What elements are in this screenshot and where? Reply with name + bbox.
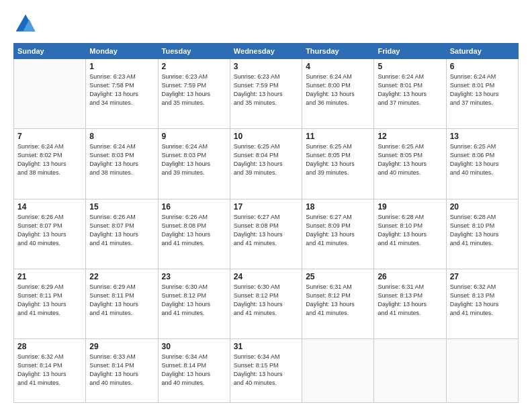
calendar-cell: 11Sunrise: 6:25 AM Sunset: 8:05 PM Dayli…	[302, 129, 374, 199]
day-number: 11	[306, 132, 370, 141]
calendar-cell: 10Sunrise: 6:25 AM Sunset: 8:04 PM Dayli…	[230, 129, 302, 199]
calendar-cell	[302, 339, 374, 403]
day-number: 31	[234, 342, 298, 351]
day-number: 26	[378, 272, 442, 281]
day-number: 2	[162, 62, 226, 71]
calendar-cell	[374, 339, 446, 403]
calendar-cell: 24Sunrise: 6:30 AM Sunset: 8:12 PM Dayli…	[230, 269, 302, 338]
calendar-cell: 19Sunrise: 6:28 AM Sunset: 8:10 PM Dayli…	[374, 199, 446, 269]
day-info: Sunrise: 6:26 AM Sunset: 8:07 PM Dayligh…	[17, 213, 82, 248]
day-number: 13	[450, 132, 515, 141]
calendar-cell: 8Sunrise: 6:24 AM Sunset: 8:03 PM Daylig…	[86, 129, 158, 199]
calendar-week-3: 14Sunrise: 6:26 AM Sunset: 8:07 PM Dayli…	[14, 199, 519, 269]
day-info: Sunrise: 6:25 AM Sunset: 8:05 PM Dayligh…	[306, 142, 370, 177]
calendar-cell: 20Sunrise: 6:28 AM Sunset: 8:10 PM Dayli…	[446, 199, 518, 269]
day-info: Sunrise: 6:27 AM Sunset: 8:08 PM Dayligh…	[234, 213, 298, 248]
day-number: 24	[234, 272, 298, 281]
day-number: 20	[450, 202, 515, 212]
header	[13, 12, 519, 36]
day-info: Sunrise: 6:30 AM Sunset: 8:12 PM Dayligh…	[234, 283, 298, 318]
day-header-wednesday: Wednesday	[230, 44, 302, 59]
calendar-cell: 4Sunrise: 6:24 AM Sunset: 8:00 PM Daylig…	[302, 59, 374, 129]
day-number: 3	[234, 62, 298, 71]
day-info: Sunrise: 6:24 AM Sunset: 8:01 PM Dayligh…	[450, 73, 515, 107]
calendar-cell	[14, 59, 86, 129]
day-info: Sunrise: 6:26 AM Sunset: 8:08 PM Dayligh…	[162, 213, 226, 248]
calendar-cell: 5Sunrise: 6:24 AM Sunset: 8:01 PM Daylig…	[374, 59, 446, 129]
day-header-sunday: Sunday	[14, 44, 86, 59]
day-number: 19	[378, 202, 442, 212]
day-header-thursday: Thursday	[302, 44, 374, 59]
day-number: 12	[378, 132, 442, 141]
day-header-saturday: Saturday	[446, 44, 518, 59]
calendar-week-5: 28Sunrise: 6:32 AM Sunset: 8:14 PM Dayli…	[14, 339, 519, 403]
calendar-cell: 15Sunrise: 6:26 AM Sunset: 8:07 PM Dayli…	[86, 199, 158, 269]
calendar-week-1: 1Sunrise: 6:23 AM Sunset: 7:58 PM Daylig…	[14, 59, 519, 129]
day-info: Sunrise: 6:33 AM Sunset: 8:14 PM Dayligh…	[89, 353, 154, 387]
day-number: 17	[234, 202, 298, 212]
day-number: 1	[89, 62, 154, 71]
calendar-cell: 6Sunrise: 6:24 AM Sunset: 8:01 PM Daylig…	[446, 59, 518, 129]
calendar-page: SundayMondayTuesdayWednesdayThursdayFrid…	[0, 0, 532, 411]
calendar-cell: 18Sunrise: 6:27 AM Sunset: 8:09 PM Dayli…	[302, 199, 374, 269]
day-info: Sunrise: 6:32 AM Sunset: 8:13 PM Dayligh…	[450, 283, 515, 318]
day-info: Sunrise: 6:34 AM Sunset: 8:14 PM Dayligh…	[162, 353, 226, 387]
day-info: Sunrise: 6:28 AM Sunset: 8:10 PM Dayligh…	[450, 213, 515, 248]
day-number: 27	[450, 272, 515, 281]
day-info: Sunrise: 6:23 AM Sunset: 7:59 PM Dayligh…	[234, 73, 298, 107]
calendar-cell: 23Sunrise: 6:30 AM Sunset: 8:12 PM Dayli…	[158, 269, 230, 338]
day-info: Sunrise: 6:32 AM Sunset: 8:14 PM Dayligh…	[17, 353, 82, 387]
calendar-cell: 1Sunrise: 6:23 AM Sunset: 7:58 PM Daylig…	[86, 59, 158, 129]
day-info: Sunrise: 6:30 AM Sunset: 8:12 PM Dayligh…	[162, 283, 226, 318]
day-info: Sunrise: 6:31 AM Sunset: 8:13 PM Dayligh…	[378, 283, 442, 318]
calendar-cell	[446, 339, 518, 403]
day-info: Sunrise: 6:29 AM Sunset: 8:11 PM Dayligh…	[89, 283, 154, 318]
day-number: 7	[17, 132, 82, 141]
day-info: Sunrise: 6:24 AM Sunset: 8:02 PM Dayligh…	[17, 142, 82, 177]
day-info: Sunrise: 6:24 AM Sunset: 8:03 PM Dayligh…	[89, 142, 154, 177]
day-info: Sunrise: 6:28 AM Sunset: 8:10 PM Dayligh…	[378, 213, 442, 248]
calendar-table: SundayMondayTuesdayWednesdayThursdayFrid…	[13, 43, 519, 403]
calendar-cell: 31Sunrise: 6:34 AM Sunset: 8:15 PM Dayli…	[230, 339, 302, 403]
calendar-cell: 12Sunrise: 6:25 AM Sunset: 8:05 PM Dayli…	[374, 129, 446, 199]
day-info: Sunrise: 6:34 AM Sunset: 8:15 PM Dayligh…	[234, 353, 298, 387]
calendar-week-4: 21Sunrise: 6:29 AM Sunset: 8:11 PM Dayli…	[14, 269, 519, 338]
day-number: 16	[162, 202, 226, 212]
calendar-cell: 7Sunrise: 6:24 AM Sunset: 8:02 PM Daylig…	[14, 129, 86, 199]
calendar-week-2: 7Sunrise: 6:24 AM Sunset: 8:02 PM Daylig…	[14, 129, 519, 199]
day-number: 25	[306, 272, 370, 281]
day-info: Sunrise: 6:29 AM Sunset: 8:11 PM Dayligh…	[17, 283, 82, 318]
day-number: 5	[378, 62, 442, 71]
day-number: 9	[162, 132, 226, 141]
day-info: Sunrise: 6:24 AM Sunset: 8:01 PM Dayligh…	[378, 73, 442, 107]
calendar-cell: 13Sunrise: 6:25 AM Sunset: 8:06 PM Dayli…	[446, 129, 518, 199]
day-info: Sunrise: 6:25 AM Sunset: 8:04 PM Dayligh…	[234, 142, 298, 177]
calendar-cell: 21Sunrise: 6:29 AM Sunset: 8:11 PM Dayli…	[14, 269, 86, 338]
day-number: 15	[89, 202, 154, 212]
calendar-header-row: SundayMondayTuesdayWednesdayThursdayFrid…	[14, 44, 519, 59]
day-number: 6	[450, 62, 515, 71]
calendar-cell: 28Sunrise: 6:32 AM Sunset: 8:14 PM Dayli…	[14, 339, 86, 403]
calendar-cell: 2Sunrise: 6:23 AM Sunset: 7:59 PM Daylig…	[158, 59, 230, 129]
calendar-cell: 9Sunrise: 6:24 AM Sunset: 8:03 PM Daylig…	[158, 129, 230, 199]
day-info: Sunrise: 6:23 AM Sunset: 7:59 PM Dayligh…	[162, 73, 226, 107]
calendar-cell: 26Sunrise: 6:31 AM Sunset: 8:13 PM Dayli…	[374, 269, 446, 338]
calendar-cell: 27Sunrise: 6:32 AM Sunset: 8:13 PM Dayli…	[446, 269, 518, 338]
calendar-cell: 22Sunrise: 6:29 AM Sunset: 8:11 PM Dayli…	[86, 269, 158, 338]
day-number: 21	[17, 272, 82, 281]
day-info: Sunrise: 6:27 AM Sunset: 8:09 PM Dayligh…	[306, 213, 370, 248]
calendar-cell: 17Sunrise: 6:27 AM Sunset: 8:08 PM Dayli…	[230, 199, 302, 269]
calendar-cell: 29Sunrise: 6:33 AM Sunset: 8:14 PM Dayli…	[86, 339, 158, 403]
day-info: Sunrise: 6:31 AM Sunset: 8:12 PM Dayligh…	[306, 283, 370, 318]
calendar-cell: 30Sunrise: 6:34 AM Sunset: 8:14 PM Dayli…	[158, 339, 230, 403]
day-number: 30	[162, 342, 226, 351]
calendar-cell: 3Sunrise: 6:23 AM Sunset: 7:59 PM Daylig…	[230, 59, 302, 129]
day-header-monday: Monday	[86, 44, 158, 59]
day-number: 10	[234, 132, 298, 141]
day-info: Sunrise: 6:26 AM Sunset: 8:07 PM Dayligh…	[89, 213, 154, 248]
day-header-tuesday: Tuesday	[158, 44, 230, 59]
day-number: 4	[306, 62, 370, 71]
day-info: Sunrise: 6:24 AM Sunset: 8:00 PM Dayligh…	[306, 73, 370, 107]
day-info: Sunrise: 6:24 AM Sunset: 8:03 PM Dayligh…	[162, 142, 226, 177]
day-info: Sunrise: 6:23 AM Sunset: 7:58 PM Dayligh…	[89, 73, 154, 107]
